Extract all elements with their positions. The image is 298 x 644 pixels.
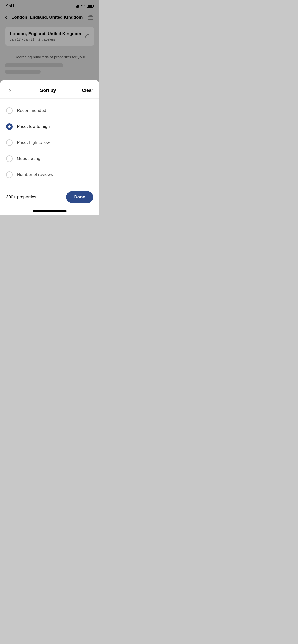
properties-count: 300+ properties xyxy=(6,195,36,200)
sheet-title: Sort by xyxy=(40,88,56,93)
radio-number-of-reviews xyxy=(6,171,13,178)
sort-label-number-of-reviews: Number of reviews xyxy=(17,172,53,177)
radio-recommended xyxy=(6,107,13,114)
sort-option-recommended[interactable]: Recommended xyxy=(6,103,93,119)
radio-price-high-low xyxy=(6,139,13,146)
sort-label-guest-rating: Guest rating xyxy=(17,156,40,161)
radio-guest-rating xyxy=(6,155,13,162)
sort-option-price-low-high[interactable]: Price: low to high xyxy=(6,119,93,135)
sort-label-price-low-high: Price: low to high xyxy=(17,124,50,129)
radio-inner-price-low-high xyxy=(8,125,11,128)
home-indicator xyxy=(0,208,99,215)
sort-option-price-high-low[interactable]: Price: high to low xyxy=(6,135,93,151)
sort-option-guest-rating[interactable]: Guest rating xyxy=(6,151,93,167)
radio-price-low-high xyxy=(6,123,13,130)
home-bar xyxy=(33,210,67,212)
sort-label-recommended: Recommended xyxy=(17,108,46,113)
clear-button[interactable]: Clear xyxy=(82,88,93,93)
bottom-sheet: × Sort by Clear Recommended Price: low t… xyxy=(0,80,99,215)
sort-option-number-of-reviews[interactable]: Number of reviews xyxy=(6,167,93,183)
done-button[interactable]: Done xyxy=(66,191,93,203)
sort-options-list: Recommended Price: low to high Price: hi… xyxy=(0,99,99,187)
sort-label-price-high-low: Price: high to low xyxy=(17,140,50,145)
sheet-footer: 300+ properties Done xyxy=(0,187,99,208)
close-button[interactable]: × xyxy=(6,86,14,94)
sheet-header: × Sort by Clear xyxy=(0,80,99,99)
